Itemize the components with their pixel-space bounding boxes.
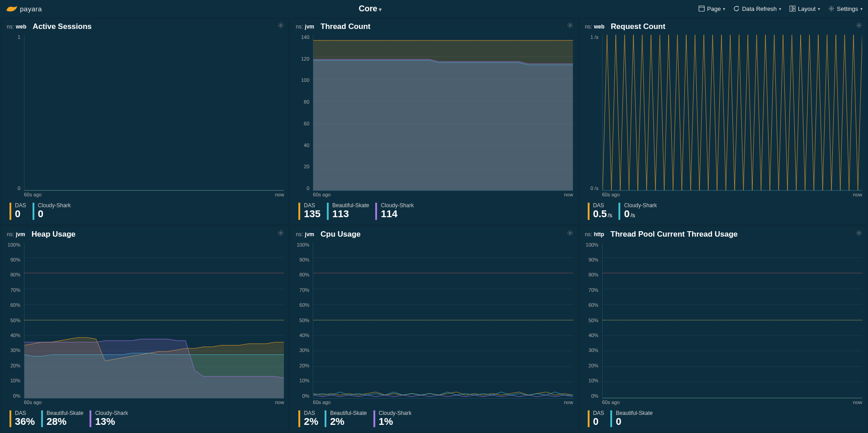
x-tick-right: now [564,400,573,407]
legend-item: Cloudy-Shark0 [33,203,71,219]
page-title: Core [359,4,377,13]
y-tick: 0% [6,394,20,399]
gear-icon[interactable] [567,230,573,236]
legend-value: 0 [38,209,71,219]
legend-value: 2% [304,416,318,427]
chart-area: 100%90%80%70%60%50%40%30%20%10%0%60s ago… [295,243,573,407]
y-tick: 40% [6,333,20,338]
svg-point-8 [858,24,860,26]
y-tick: 10% [6,378,20,383]
legend-value: 0 [593,416,604,427]
svg-point-6 [280,24,282,26]
ns-value: jvm [305,24,314,30]
x-tick-left: 60s ago [313,400,330,407]
plot [313,243,573,399]
panel-header: ns:jvmHeap Usage [1,226,288,241]
y-tick: 90% [295,257,309,262]
legend-item: DAS0 [588,410,604,427]
logo-text: payara [20,5,42,13]
y-tick: 20 [295,164,309,169]
logo[interactable]: payara [5,4,42,13]
panel-title: Thread Count [321,22,371,31]
chevron-down-icon: ▾ [818,6,820,11]
svg-point-9 [280,232,282,234]
legend-item: Cloudy-Shark0/s [618,203,657,219]
y-tick: 100% [6,243,20,247]
gear-icon[interactable] [278,230,284,236]
y-tick: 10% [295,378,309,383]
y-tick: 80% [295,272,309,277]
y-tick: 30% [295,348,309,353]
plot [602,35,862,191]
plot [24,243,284,399]
x-tick-left: 60s ago [24,192,42,199]
x-tick-left: 60s ago [313,192,330,199]
x-tick-left: 60s ago [602,192,620,199]
legend-value: 0 [616,416,652,427]
x-axis: 60s agonow [24,400,284,407]
page-title-dropdown[interactable]: Core▾ [42,4,698,14]
y-tick: 40% [295,333,309,338]
legend-item: Beautiful-Skate0 [610,410,652,427]
gear-icon[interactable] [278,22,284,29]
y-tick: 0% [295,394,309,399]
panel-header: ns:jvmCpu Usage [290,226,577,241]
y-tick: 20% [584,363,599,368]
legend-unit: /s [608,212,612,219]
menu-data-refresh[interactable]: Data Refresh▾ [733,5,781,12]
legend-value: 36% [15,416,35,427]
legend-value: 113 [332,209,369,219]
svg-point-5 [830,8,832,10]
legend-label: Cloudy-Shark [95,410,128,416]
y-tick: 20% [6,363,20,368]
chevron-down-icon: ▾ [379,6,382,13]
legend-item: DAS135 [298,203,321,219]
x-axis: 60s agonow [602,400,862,407]
chart-area: 100%90%80%70%60%50%40%30%20%10%0%60s ago… [584,243,862,407]
y-tick: 60 [295,121,309,126]
panel-cpu-usage: ns:jvmCpu Usage100%90%80%70%60%50%40%30%… [290,226,578,433]
ns-label: ns: [296,231,303,238]
gear-icon[interactable] [856,22,862,29]
svg-rect-2 [790,6,792,11]
ns-label: ns: [7,231,14,238]
refresh-icon [733,5,740,12]
ns-label: ns: [585,24,592,30]
y-axis: 140120100806040200 [295,35,312,191]
menu-layout[interactable]: Layout▾ [789,5,820,12]
y-tick: 90% [584,257,599,262]
gear-icon[interactable] [567,22,573,29]
legend-label: DAS [15,410,35,416]
panel-request-count: ns:webRequest Count1 /s0 /s60s agonowDAS… [579,18,867,225]
y-tick: 90% [6,257,20,262]
legend: DAS135Beautiful-Skate113Cloudy-Shark114 [290,199,577,224]
svg-point-11 [858,232,860,234]
y-tick: 60% [6,303,20,308]
legend-item: Beautiful-Skate28% [41,410,83,427]
legend: DAS0Cloudy-Shark0 [1,199,288,224]
y-tick: 70% [295,288,309,293]
menu-page[interactable]: Page▾ [698,5,725,12]
chevron-down-icon: ▾ [779,6,781,11]
menu-settings[interactable]: Settings▾ [828,5,863,12]
y-tick: 50% [584,318,599,323]
gear-icon[interactable] [856,230,862,236]
legend-item: DAS36% [9,410,35,427]
x-tick-left: 60s ago [602,400,620,407]
gear-icon [828,5,835,12]
panel-title: Heap Usage [32,230,75,239]
legend-value: 135 [304,209,321,219]
legend-item: DAS0.5/s [588,203,613,219]
x-tick-right: now [853,192,862,199]
y-axis: 100%90%80%70%60%50%40%30%20%10%0% [584,243,601,399]
panel-active-sessions: ns:webActive Sessions1060s agonowDAS0Clo… [1,18,289,225]
x-tick-left: 60s ago [24,400,42,407]
panel-header: ns:webRequest Count [580,19,867,33]
y-axis: 100%90%80%70%60%50%40%30%20%10%0% [6,243,23,399]
y-tick: 50% [6,318,20,323]
legend-item: Beautiful-Skate113 [327,203,369,219]
svg-point-7 [569,24,571,26]
legend-label: Beautiful-Skate [616,410,652,416]
legend-value: 0 [15,209,26,219]
top-menu: Page▾ Data Refresh▾ Layout▾ Settings▾ [698,5,863,12]
